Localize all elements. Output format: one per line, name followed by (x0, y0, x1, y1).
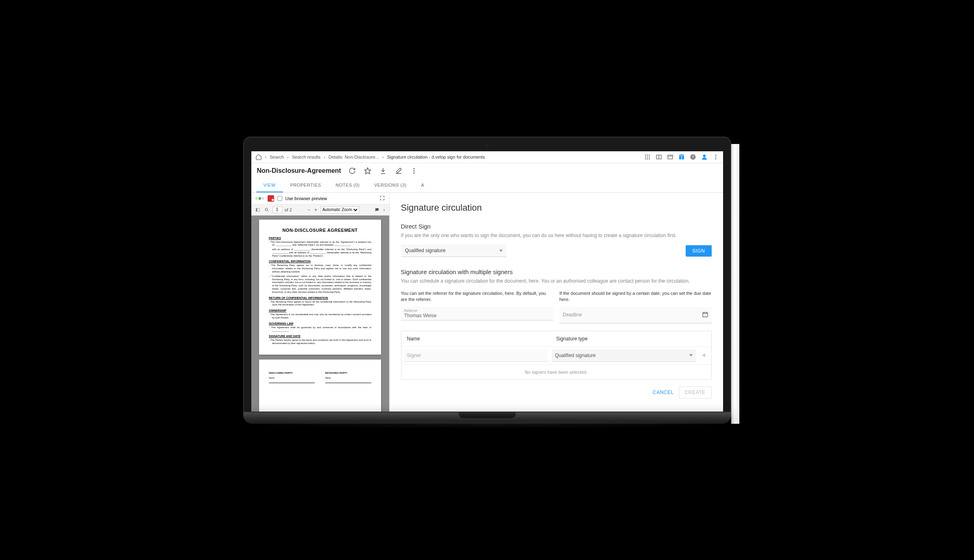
calendar-icon[interactable] (702, 311, 708, 319)
svg-point-16 (680, 154, 681, 156)
refresh-icon[interactable] (349, 167, 356, 174)
chevron-down-icon (499, 250, 503, 252)
signature-type-select[interactable]: Qualified signature (401, 244, 507, 257)
svg-point-22 (715, 156, 716, 157)
favorite-star-icon[interactable] (364, 167, 371, 174)
svg-point-3 (645, 156, 646, 157)
doc-text: This Agreement is not transferable and m… (272, 313, 371, 320)
browser-preview-checkbox[interactable] (277, 196, 282, 201)
doc-text: The Parties hereby agree to the terms an… (272, 339, 371, 345)
svg-point-26 (413, 170, 414, 171)
tab-notes[interactable]: NOTES (0) (328, 179, 367, 192)
sign-button[interactable]: SIGN (686, 245, 711, 257)
chevron-right-icon: › (324, 155, 325, 159)
page-1: NON-DISCLOSURE AGREEMENT PARTIES This No… (259, 220, 381, 355)
signer-type-select[interactable]: Qualified signature (552, 349, 696, 362)
pdf-icon (268, 195, 274, 202)
page-input[interactable] (272, 207, 282, 213)
create-button[interactable]: CREATE (679, 386, 712, 399)
window-icon[interactable] (667, 154, 673, 160)
tab-view[interactable]: VIEW (256, 179, 283, 192)
section-signature: SIGNATURE AND DATE (269, 335, 371, 338)
svg-point-5 (649, 156, 650, 157)
breadcrumb-details[interactable]: Details: Non-Disclosure... (329, 155, 379, 159)
signer-type-value: Qualified signature (555, 353, 596, 358)
doc-text: The Receiving Party agrees not to disclo… (272, 264, 371, 273)
svg-point-7 (647, 158, 648, 159)
name-label: Name: (269, 377, 275, 379)
zoom-out-icon[interactable]: − (307, 207, 311, 213)
section-ownership: OWNERSHIP (269, 309, 371, 312)
svg-point-23 (715, 158, 716, 159)
page-2: DISCLOSING PARTY Name: RECEIVING PARTY N… (259, 360, 381, 411)
cancel-button[interactable]: CANCEL (653, 390, 674, 395)
preview-pane: Use browser preview of 2 − + (251, 193, 390, 412)
split-view-icon[interactable] (656, 154, 662, 160)
chevron-down-icon (689, 354, 693, 356)
fullscreen-icon[interactable] (379, 195, 385, 202)
document-pages[interactable]: NON-DISCLOSURE AGREEMENT PARTIES This No… (251, 216, 389, 412)
signature-panel: Signature circulation Direct Sign If you… (390, 193, 723, 412)
doc-text: "Confidential information" refers to any… (272, 275, 371, 294)
svg-point-6 (645, 158, 646, 159)
breadcrumb-search[interactable]: Search (270, 155, 284, 159)
doc-text: The Receiving Party agrees to return all… (272, 301, 371, 307)
tab-properties[interactable]: PROPERTIES (283, 179, 329, 192)
name-label: Name: (325, 377, 331, 379)
tab-more[interactable]: A (414, 179, 432, 192)
document-tabs: VIEW PROPERTIES NOTES (0) VERSIONS (3) A (251, 179, 723, 193)
svg-point-4 (647, 156, 648, 157)
column-name: Name (407, 336, 556, 342)
referrer-input[interactable]: Referrer Thomas Weise (401, 307, 553, 320)
referrer-label: Referrer (404, 309, 550, 313)
download-icon[interactable] (379, 167, 387, 174)
breadcrumb-current: Signature circulation - d.velop sign for… (387, 155, 485, 159)
svg-point-20 (703, 155, 706, 157)
chevron-right-icon: › (287, 155, 289, 159)
section-governing: GOVERNING LAW (269, 322, 371, 325)
topbar: ‹ Search › Search results › Details: Non… (251, 151, 723, 163)
section-return: RETURN OF CONFIDENTIAL INFORMATION (269, 296, 371, 299)
svg-rect-11 (668, 155, 673, 159)
svg-rect-29 (257, 208, 259, 211)
more-actions-icon[interactable] (410, 167, 418, 174)
chevron-right-icon: › (382, 155, 384, 159)
section-parties: PARTIES (269, 237, 371, 240)
home-icon[interactable] (255, 154, 262, 160)
svg-marker-24 (364, 168, 370, 174)
svg-line-31 (267, 210, 268, 211)
direct-sign-desc: If you are the only one who wants to sig… (401, 232, 712, 239)
user-icon[interactable] (701, 154, 708, 160)
receiving-party-label: RECEIVING PARTY (325, 372, 371, 374)
zoom-select[interactable]: Automatic Zoom (320, 206, 359, 214)
svg-point-17 (682, 154, 683, 156)
referrer-help: You can set the referrer for the signatu… (401, 290, 553, 303)
section-confidential: CONFIDENTIAL INFORMATION (269, 260, 371, 263)
status-dots (255, 197, 264, 200)
help-icon[interactable]: ? (690, 154, 696, 160)
svg-text:?: ? (692, 155, 694, 159)
apps-grid-icon[interactable] (644, 154, 651, 160)
tab-versions[interactable]: VERSIONS (3) (367, 179, 414, 192)
doc-text: This Agreement shall be governed by and … (272, 326, 371, 333)
more-menu-icon[interactable] (713, 154, 719, 160)
gift-icon[interactable] (678, 154, 685, 160)
doc-text: with an address of ____________ (hereina… (269, 248, 371, 257)
svg-point-27 (413, 172, 414, 173)
zoom-in-icon[interactable]: + (314, 207, 318, 213)
signer-name-input[interactable]: Signer (404, 349, 548, 362)
disclosing-party-label: DISCLOSING PARTY (269, 372, 315, 374)
page-count: of 2 (285, 207, 292, 212)
referrer-value: Thomas Weise (404, 313, 550, 318)
search-icon[interactable] (264, 207, 270, 212)
tools-menu-icon[interactable]: › (383, 207, 386, 213)
breadcrumb-results[interactable]: Search results (292, 155, 320, 159)
chevron-left-icon[interactable]: ‹ (265, 155, 267, 159)
edit-icon[interactable] (395, 167, 402, 174)
deadline-input[interactable]: Deadline (560, 307, 712, 323)
add-signer-button[interactable]: + (700, 351, 709, 360)
panel-title: Signature circulation (401, 203, 712, 213)
comment-icon[interactable] (374, 207, 380, 212)
sidebar-toggle-icon[interactable] (255, 207, 261, 212)
direct-sign-heading: Direct Sign (401, 223, 712, 230)
